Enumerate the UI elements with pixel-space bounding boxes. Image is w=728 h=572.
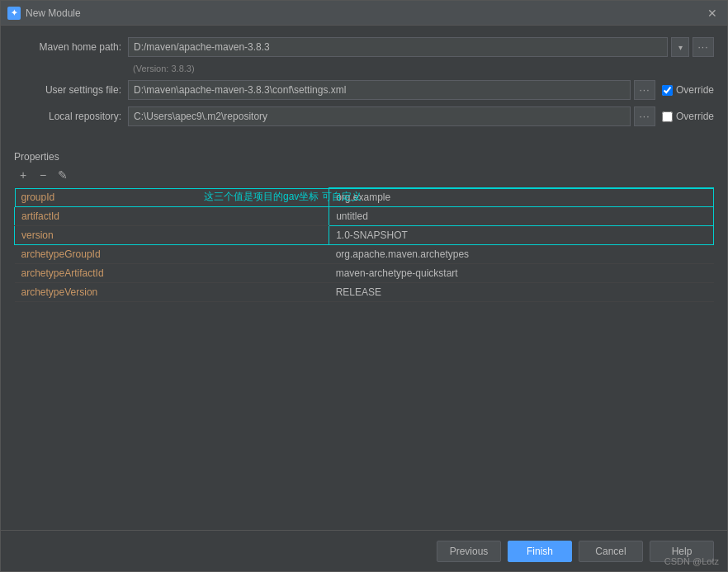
local-repo-override-checkbox[interactable] — [662, 111, 673, 122]
user-settings-override-row: Override — [662, 84, 714, 96]
properties-table: groupId org.example artifactId untitled … — [14, 187, 714, 302]
maven-home-dropdown-button[interactable]: ▾ — [671, 37, 689, 57]
local-repo-browse-button[interactable]: ··· — [634, 106, 655, 126]
user-settings-browse-button[interactable]: ··· — [634, 80, 655, 100]
finish-button[interactable]: Finish — [508, 541, 572, 562]
table-row[interactable]: archetypeGroupId org.apache.maven.archet… — [15, 245, 714, 264]
watermark: CSDN @Lotz — [664, 556, 719, 566]
dialog-content: Maven home path: ▾ ··· (Version: 3.8.3) … — [1, 26, 727, 530]
maven-home-browse-button[interactable]: ··· — [693, 37, 714, 57]
property-value: org.apache.maven.archetypes — [329, 245, 714, 264]
property-key: groupId — [15, 188, 329, 207]
app-icon: ✦ — [7, 7, 21, 20]
properties-toolbar: + − ✎ — [14, 166, 714, 184]
property-key: archetypeGroupId — [15, 245, 329, 264]
add-property-button[interactable]: + — [14, 166, 32, 184]
footer: Previous Finish Cancel Help — [1, 530, 727, 571]
property-value: org.example — [329, 188, 714, 207]
local-repo-override-row: Override — [662, 111, 714, 122]
version-row: (Version: 3.8.3) — [14, 64, 714, 73]
properties-table-wrapper: groupId org.example artifactId untitled … — [14, 187, 714, 302]
table-row[interactable]: version 1.0-SNAPSHOT — [15, 226, 714, 245]
property-key: artifactId — [15, 207, 329, 226]
maven-home-row: Maven home path: ▾ ··· — [14, 37, 714, 57]
property-value: untitled — [329, 207, 714, 226]
property-key: version — [15, 226, 329, 245]
properties-title: Properties — [14, 151, 714, 163]
user-settings-input-container: ··· — [128, 80, 655, 100]
user-settings-row: User settings file: ··· Override — [14, 80, 714, 100]
maven-home-label: Maven home path: — [14, 41, 121, 53]
user-settings-override-checkbox[interactable] — [662, 85, 673, 96]
cancel-button[interactable]: Cancel — [579, 541, 643, 562]
property-value: maven-archetype-quickstart — [329, 264, 714, 283]
local-repo-label: Local repository: — [14, 111, 121, 122]
user-settings-label: User settings file: — [14, 84, 121, 96]
property-key: archetypeArtifactId — [15, 264, 329, 283]
close-button[interactable]: ✕ — [704, 5, 721, 21]
title-bar: ✦ New Module ✕ — [1, 1, 727, 26]
edit-property-button[interactable]: ✎ — [54, 166, 72, 184]
maven-home-input[interactable] — [128, 37, 668, 57]
property-key: archetypeVersion — [15, 283, 329, 302]
user-settings-override-label: Override — [676, 84, 714, 96]
table-row[interactable]: archetypeArtifactId maven-archetype-quic… — [15, 264, 714, 283]
previous-button[interactable]: Previous — [437, 541, 501, 562]
new-module-dialog: ✦ New Module ✕ Maven home path: ▾ ··· (V… — [0, 0, 728, 572]
property-value: RELEASE — [329, 283, 714, 302]
table-row[interactable]: artifactId untitled — [15, 207, 714, 226]
property-value: 1.0-SNAPSHOT — [329, 226, 714, 245]
local-repo-row: Local repository: ··· Override — [14, 106, 714, 126]
properties-section: Properties + − ✎ groupId org.example — [14, 144, 714, 302]
dialog-title: New Module — [26, 7, 704, 19]
maven-home-input-container: ▾ ··· — [128, 37, 714, 57]
local-repo-override-label: Override — [676, 111, 714, 122]
table-row[interactable]: groupId org.example — [15, 188, 714, 207]
remove-property-button[interactable]: − — [34, 166, 52, 184]
local-repo-input[interactable] — [128, 106, 631, 126]
local-repo-input-container: ··· — [128, 106, 655, 126]
maven-version-text: (Version: 3.8.3) — [133, 64, 195, 73]
table-row[interactable]: archetypeVersion RELEASE — [15, 283, 714, 302]
user-settings-input[interactable] — [128, 80, 631, 100]
